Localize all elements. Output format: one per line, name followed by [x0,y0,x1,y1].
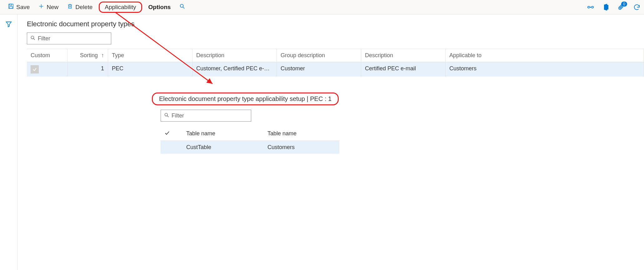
applicability-button[interactable]: Applicability [99,2,142,13]
callout-row-select[interactable] [161,141,182,154]
grid-header: Custom Sorting ↑ Type Description Group … [27,49,644,62]
section-title: Electronic document property types [27,20,644,28]
select-col [161,127,182,141]
content-area: Electronic document property types Custo… [17,14,644,270]
trash-icon [67,3,73,11]
row-checkbox[interactable] [31,65,39,73]
row-applicable-to: Customers [446,62,644,77]
options-button[interactable]: Options [144,2,175,12]
col-sorting[interactable]: Sorting ↑ [67,49,108,62]
col-group-description[interactable]: Group description [277,49,361,62]
svg-rect-1 [10,4,12,5]
delete-button[interactable]: Delete [63,2,97,12]
svg-point-10 [180,4,183,8]
svg-point-14 [165,113,167,116]
filter-pane [0,14,17,270]
attachment-button[interactable]: 0 [618,3,625,11]
callout-filter[interactable] [161,110,251,122]
save-button[interactable]: Save [4,2,34,12]
callout-row-col1: CustTable [182,141,264,154]
svg-line-11 [183,7,185,9]
save-label: Save [16,4,30,11]
callout-grid-header: Table name Table name [161,127,339,141]
new-button[interactable]: New [34,2,63,12]
col-applicable-to[interactable]: Applicable to [446,49,644,62]
options-label: Options [148,4,171,11]
callout-filter-input[interactable] [172,112,248,119]
svg-rect-2 [10,7,12,8]
svg-line-15 [167,116,168,117]
sort-asc-icon: ↑ [101,52,104,59]
toolbar: Save New Delete Applicability Options 0 [0,0,644,14]
col-type[interactable]: Type [108,49,192,62]
row-select-cell[interactable] [27,62,67,77]
applicability-label: Applicability [105,4,136,11]
plus-icon [38,3,44,11]
search-icon [30,35,35,42]
grid-row[interactable]: 1 PEC Customer, Certified PEC e-mail Cus… [27,62,644,77]
office-icon[interactable] [603,4,609,11]
svg-point-12 [31,36,34,39]
svg-line-13 [33,38,35,40]
col-custom[interactable]: Custom [27,49,67,62]
svg-rect-5 [69,5,72,8]
applicability-callout: Electronic document property type applic… [152,92,339,154]
search-icon [164,112,169,119]
callout-row-col2: Customers [264,141,339,154]
funnel-icon[interactable] [5,21,12,270]
save-icon [8,3,14,11]
delete-label: Delete [75,4,92,11]
filter-input[interactable] [38,35,108,42]
toolbar-right: 0 [587,3,640,11]
row-description2: Certified PEC e-mail [361,62,446,77]
col-description2[interactable]: Description [361,49,446,62]
attachment-count: 0 [621,2,627,7]
callout-col-2[interactable]: Table name [264,127,339,141]
row-group-description: Customer [277,62,361,77]
callout-row[interactable]: CustTable Customers [161,141,339,154]
refresh-icon[interactable] [633,4,640,11]
callout-title: Electronic document property type applic… [152,92,339,105]
row-type: PEC [108,62,192,77]
infinity-icon[interactable] [587,4,594,11]
callout-col-1[interactable]: Table name [182,127,264,141]
col-description1[interactable]: Description [192,49,277,62]
row-description1: Customer, Certified PEC e-mail [192,62,277,77]
new-label: New [47,4,58,11]
search-button[interactable] [175,2,189,12]
row-sorting: 1 [67,62,108,77]
search-icon [179,3,185,11]
main-filter[interactable] [27,32,111,44]
